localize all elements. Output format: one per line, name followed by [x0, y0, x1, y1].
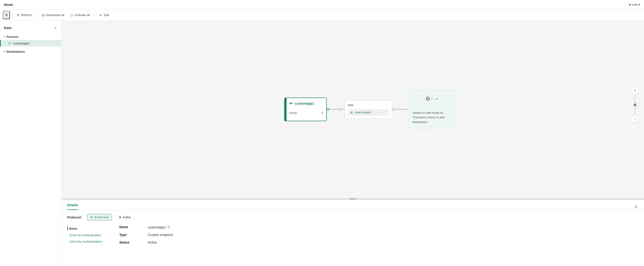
- toolbar: ⚙ ↻ Refresh ⊟ Deactivate all ▷ Activate …: [0, 9, 644, 21]
- details-nav-basic: Basic: [67, 225, 110, 232]
- flow-container: ↩ customapp1 Active ≡: [284, 91, 456, 128]
- dest-icon-arrow: →: [434, 95, 439, 102]
- type-value: Custom endpoint: [148, 233, 173, 237]
- zoom-fit-button[interactable]: ⛶: [632, 125, 638, 131]
- edit-button[interactable]: ✏ Edit: [96, 12, 112, 18]
- dest-icon-slash: /: [432, 96, 433, 101]
- sidebar-title: Data: [4, 26, 12, 30]
- zoom-slider-thumb: [634, 104, 636, 106]
- stream-node: new ≋ new-stream: [344, 100, 392, 119]
- connector-1: [326, 108, 344, 111]
- source-node-icon: ↩: [289, 101, 293, 106]
- connector-line-1: [329, 109, 338, 110]
- details-collapse-button[interactable]: ∨: [633, 203, 638, 210]
- title-bar: Home Live ▾: [0, 0, 644, 9]
- sources-section-header[interactable]: ▾ Sources: [0, 33, 61, 40]
- destinations-section-header[interactable]: ▾ Destinations: [0, 48, 61, 55]
- source-node-footer: Active ≡: [289, 111, 323, 115]
- source-node-content: ↩ customapp1 Active ≡: [284, 98, 326, 118]
- stream-item[interactable]: ≋ new-stream: [348, 109, 389, 116]
- deactivate-icon: ⊟: [42, 13, 44, 17]
- activate-all-button[interactable]: ▷ Activate all: [68, 12, 93, 18]
- live-chevron-icon: ▾: [638, 3, 640, 6]
- dest-placeholder-text: Switch to edit mode to Transform event o…: [412, 111, 452, 125]
- live-dot: [629, 4, 631, 6]
- status-value: Active: [148, 241, 157, 244]
- eventhub-icon: ⊟: [90, 215, 93, 219]
- refresh-label: Refresh: [21, 13, 32, 17]
- nav-item-entra-id[interactable]: Entra ID Authentication: [67, 232, 110, 238]
- resize-handle[interactable]: [62, 198, 644, 200]
- name-text: customapp1: [148, 225, 166, 229]
- destinations-chevron-icon: ▾: [4, 50, 5, 53]
- copy-name-icon[interactable]: ⧉: [168, 225, 170, 229]
- type-label: Type: [119, 233, 148, 237]
- info-row-type: Type Custom endpoint: [119, 233, 638, 237]
- sidebar-section-destinations: ▾ Destinations: [0, 47, 61, 56]
- protocol-kafka-button[interactable]: ⊗ Kafka: [116, 214, 134, 220]
- destination-placeholder: ⚙ / → Switch to edit mode to Transform e…: [408, 91, 456, 128]
- page-title: Home: [4, 3, 13, 7]
- zoom-out-button[interactable]: −: [632, 116, 638, 122]
- sidebar-collapse-button[interactable]: «: [54, 24, 58, 31]
- source-node: ↩ customapp1 Active ≡: [284, 98, 326, 121]
- zoom-slider-track[interactable]: [635, 95, 635, 114]
- basic-section-bar: [67, 227, 68, 230]
- deactivate-all-button[interactable]: ⊟ Deactivate all: [39, 12, 67, 18]
- sidebar-item-customapp1[interactable]: ↩ customapp1: [0, 40, 61, 47]
- protocol-label: Protocol:: [67, 215, 82, 219]
- eventhub-label: Event Hub: [94, 215, 109, 219]
- sidebar-section-sources: ▾ Sources ↩ customapp1: [0, 33, 61, 47]
- status-label: Status: [119, 241, 148, 244]
- connector-arrow-1: [338, 108, 341, 111]
- info-row-name: Name customapp1 ⧉: [119, 225, 638, 229]
- info-row-status: Status Active: [119, 241, 638, 244]
- refresh-icon: ↻: [17, 13, 20, 17]
- connector-line-1b: [341, 109, 344, 110]
- nav-item-sas-key[interactable]: SAS Key Authentication: [67, 239, 110, 245]
- customapp1-label: customapp1: [13, 42, 30, 45]
- edit-icon: ✏: [100, 13, 102, 17]
- sidebar: Data « ▾ Sources ↩ customapp1 ▾ Destinat…: [0, 21, 62, 266]
- settings-button[interactable]: ⚙: [3, 11, 10, 19]
- source-node-status: Active: [289, 111, 297, 115]
- stream-icon: ≋: [350, 111, 353, 114]
- activate-icon: ▷: [71, 13, 74, 17]
- source-node-menu-icon[interactable]: ≡: [321, 111, 323, 115]
- details-tab[interactable]: Details: [67, 203, 78, 210]
- name-label: Name: [119, 225, 148, 229]
- live-label: Live: [632, 3, 638, 6]
- activate-all-label: Activate all: [75, 13, 90, 17]
- resize-handle-indicator: [349, 198, 357, 199]
- canvas-area: ↩ customapp1 Active ≡: [62, 21, 644, 266]
- connector-dot-1: [326, 108, 329, 111]
- deactivate-all-label: Deactivate all: [46, 13, 64, 17]
- name-value: customapp1 ⧉: [148, 225, 170, 229]
- destinations-label: Destinations: [6, 50, 25, 53]
- zoom-controls: + − ⛶: [632, 87, 638, 131]
- details-content: Protocol: ⊟ Event Hub ⊗ Kafka: [62, 210, 644, 252]
- connector-dot-2: [392, 108, 394, 111]
- zoom-in-button[interactable]: +: [632, 87, 638, 94]
- source-node-name: ↩ customapp1: [289, 101, 323, 106]
- details-info: Name customapp1 ⧉ Type Custom endpoint S…: [119, 225, 638, 248]
- connector-line-2: [394, 109, 408, 110]
- toolbar-divider-1: [12, 12, 12, 18]
- protocol-row: Protocol: ⊟ Event Hub ⊗ Kafka: [67, 214, 638, 220]
- basic-label: Basic: [69, 227, 78, 230]
- toolbar-divider-2: [37, 12, 37, 18]
- details-nav: Basic Entra ID Authentication SAS Key Au…: [67, 225, 110, 248]
- source-node-label: customapp1: [295, 102, 314, 105]
- customapp1-icon: ↩: [8, 41, 11, 45]
- sources-chevron-icon: ▾: [4, 35, 5, 38]
- kafka-icon: ⊗: [119, 215, 122, 219]
- details-panel: Details ∨ Protocol: ⊟ Event Hub ⊗ Kafka: [62, 200, 644, 266]
- dest-icon-gear: ⚙: [425, 95, 430, 102]
- protocol-eventhub-button[interactable]: ⊟ Event Hub: [87, 214, 112, 220]
- stream-label: new-stream: [355, 111, 371, 114]
- connector-2: [392, 108, 408, 111]
- main-layout: Data « ▾ Sources ↩ customapp1 ▾ Destinat…: [0, 21, 644, 266]
- details-body: Basic Entra ID Authentication SAS Key Au…: [67, 225, 638, 248]
- refresh-button[interactable]: ↻ Refresh: [14, 12, 35, 18]
- edit-label: Edit: [104, 13, 109, 17]
